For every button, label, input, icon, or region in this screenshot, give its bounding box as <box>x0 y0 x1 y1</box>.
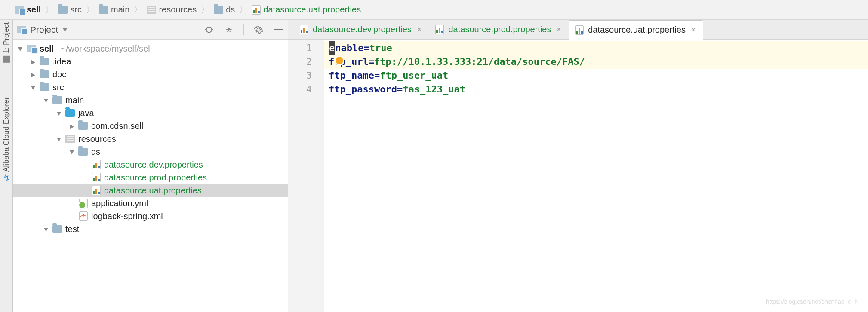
crumb-label: src <box>70 5 82 15</box>
crumb-sell[interactable]: sell <box>13 5 43 15</box>
tree-node-appyml[interactable]: application.yml <box>13 197 288 210</box>
code-line[interactable]: ftp_url=ftp://10.1.33.333:21/data/source… <box>324 55 868 69</box>
breadcrumb-sep: 〉 <box>133 4 143 15</box>
folder-icon <box>40 58 49 65</box>
tree-path-hint: ~/workspace/myself/sell <box>61 44 152 54</box>
project-pane-title: Project <box>30 24 58 35</box>
expand-toggle-icon[interactable] <box>44 228 48 232</box>
folder-icon <box>40 83 49 91</box>
crumb-label: sell <box>27 5 41 15</box>
project-tree[interactable]: sell ~/workspace/myself/sell .idea doc s… <box>13 40 288 312</box>
expand-toggle-icon[interactable] <box>31 60 35 64</box>
svg-point-0 <box>206 27 212 32</box>
code-line[interactable]: ftp_name=ftp_user_uat <box>324 69 868 83</box>
expand-toggle-icon[interactable] <box>57 138 61 141</box>
tree-node-ds[interactable]: ds <box>13 145 288 158</box>
crumb-label: ds <box>226 5 235 15</box>
editor-tab-dev[interactable]: datasource.dev.properties × <box>293 20 429 39</box>
tree-label: datasource.uat.properties <box>104 186 202 196</box>
prop-value: ftp_user_uat <box>380 69 448 83</box>
tree-node-resources[interactable]: resources <box>13 132 288 145</box>
tree-label: logback-spring.xml <box>91 211 163 221</box>
tool-tab-project[interactable]: 1: Project <box>2 22 11 63</box>
project-icon <box>15 6 24 14</box>
tool-tab-label: Alibaba Cloud Explorer <box>2 97 11 172</box>
breadcrumb: sell 〉 src 〉 main 〉 resources 〉 ds 〉 dat… <box>0 0 868 20</box>
tree-node-src[interactable]: src <box>13 81 288 94</box>
prop-value: true <box>369 41 392 55</box>
tree-node-root[interactable]: sell ~/workspace/myself/sell <box>13 42 288 55</box>
tree-label: test <box>65 224 79 234</box>
expand-toggle-icon[interactable] <box>31 73 35 77</box>
tree-node-uat-props[interactable]: datasource.uat.properties <box>13 184 288 197</box>
collapse-all-button[interactable] <box>224 24 234 35</box>
editor-tab-uat[interactable]: datasource.uat.properties × <box>569 20 703 40</box>
properties-file-icon <box>252 5 261 15</box>
line-number: 4 <box>288 83 312 96</box>
expand-toggle-icon[interactable] <box>18 47 22 51</box>
close-tab-button[interactable]: × <box>556 24 563 34</box>
tool-tab-label: 1: Project <box>2 22 11 53</box>
code-line[interactable]: enable=true <box>324 41 868 55</box>
project-icon <box>17 26 26 33</box>
line-number: 3 <box>288 69 312 83</box>
tab-label: datasource.dev.properties <box>313 24 412 34</box>
breadcrumb-sep: 〉 <box>200 4 210 15</box>
crumb-ds[interactable]: ds <box>212 5 237 15</box>
breadcrumb-sep: 〉 <box>44 4 55 15</box>
tree-label: datasource.dev.properties <box>104 160 203 170</box>
crumb-src[interactable]: src <box>56 5 83 15</box>
line-number: 1 <box>288 41 312 55</box>
tree-node-idea[interactable]: .idea <box>13 55 288 68</box>
tree-label: resources <box>78 134 116 144</box>
link-icon: ↯ <box>3 173 10 183</box>
crumb-resources[interactable]: resources <box>145 5 198 15</box>
svg-rect-6 <box>274 29 283 30</box>
tree-label: java <box>78 108 94 118</box>
prop-key: nable <box>335 41 363 55</box>
code-line[interactable]: ftp_password=fas_123_uat <box>324 83 868 96</box>
editor-tab-prod[interactable]: datasource.prod.properties × <box>429 20 569 39</box>
locate-button[interactable] <box>204 24 214 35</box>
project-pane-toolbar <box>204 24 283 35</box>
settings-button[interactable] <box>253 24 264 35</box>
line-number-gutter: 1 2 3 4 <box>288 40 324 312</box>
expand-toggle-icon[interactable] <box>57 112 61 116</box>
expand-toggle-icon[interactable] <box>31 86 35 90</box>
tool-tab-alibaba[interactable]: ↯ Alibaba Cloud Explorer <box>1 97 12 182</box>
code-content[interactable]: enable=true ftp_url=ftp://10.1.33.333:21… <box>324 40 868 312</box>
properties-file-icon <box>575 25 584 35</box>
close-tab-button[interactable]: × <box>416 24 423 34</box>
folder-icon <box>40 70 49 78</box>
hide-button[interactable] <box>273 24 283 35</box>
tree-node-package[interactable]: com.cdsn.sell <box>13 119 288 132</box>
prop-value: ftp://10.1.33.333:21/data/source/FAS/ <box>374 55 585 69</box>
resources-icon <box>147 6 156 14</box>
yaml-file-icon <box>79 199 88 208</box>
chevron-down-icon <box>62 28 68 31</box>
expand-toggle-icon[interactable] <box>44 99 48 103</box>
tab-label: datasource.prod.properties <box>448 24 551 34</box>
code-editor[interactable]: 1 2 3 4 enable=true ftp_url=ftp://10.1.3… <box>288 40 868 312</box>
prop-key: ftp_url <box>329 55 369 69</box>
properties-file-icon <box>300 25 308 34</box>
intention-bulb-icon[interactable] <box>336 57 343 64</box>
tree-node-doc[interactable]: doc <box>13 68 288 81</box>
tree-node-logback[interactable]: logback-spring.xml <box>13 210 288 223</box>
tree-node-main[interactable]: main <box>13 94 288 107</box>
close-tab-button[interactable]: × <box>690 25 697 35</box>
tree-node-java[interactable]: java <box>13 107 288 119</box>
tree-label: doc <box>52 70 66 80</box>
crumb-label: main <box>111 5 129 15</box>
tool-window-strip-left: 1: Project ↯ Alibaba Cloud Explorer <box>0 20 13 312</box>
tree-node-prod-props[interactable]: datasource.prod.properties <box>13 171 288 184</box>
tree-node-test[interactable]: test <box>13 223 288 236</box>
expand-toggle-icon[interactable] <box>70 150 74 154</box>
breadcrumb-sep: 〉 <box>85 4 95 15</box>
tree-node-dev-props[interactable]: datasource.dev.properties <box>13 158 288 171</box>
project-view-selector[interactable]: Project <box>17 24 200 35</box>
crumb-file[interactable]: datasource.uat.properties <box>250 5 363 15</box>
crumb-main[interactable]: main <box>97 5 131 15</box>
source-folder-icon <box>65 109 75 117</box>
expand-toggle-icon[interactable] <box>70 125 74 129</box>
